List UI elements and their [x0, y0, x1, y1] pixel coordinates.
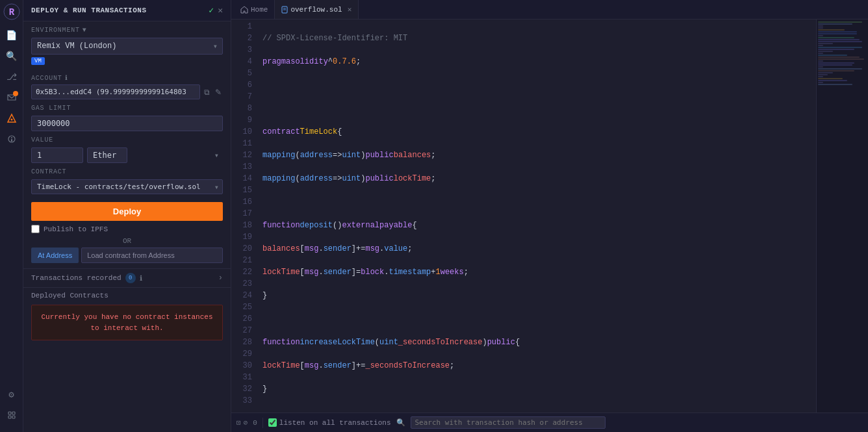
edit-account-button[interactable]: ✎	[214, 86, 223, 98]
tab-close-icon[interactable]: ✕	[348, 5, 352, 14]
contract-select[interactable]: TimeLock - contracts/test/overflow.sol	[31, 179, 223, 194]
value-input[interactable]	[31, 147, 83, 163]
or-divider: OR	[31, 237, 223, 245]
file-nav-icon[interactable]: 📄	[3, 26, 21, 44]
svg-point-3	[10, 119, 12, 121]
environment-section: ENVIRONMENT ▼ Remix VM (London) VM	[23, 21, 231, 71]
deploy-section: Deploy Publish to IPFS OR At Address Loa…	[23, 199, 231, 268]
notification-nav-icon[interactable]	[3, 88, 21, 107]
tab-bar: Home overflow.sol ✕	[231, 0, 868, 19]
filter-icon[interactable]: ⊡	[236, 418, 241, 427]
minimap	[816, 19, 868, 413]
sol-file-icon	[281, 6, 288, 14]
at-address-button[interactable]: At Address	[31, 248, 79, 263]
account-row: ACCOUNT ℹ	[31, 74, 223, 82]
environment-select[interactable]: Remix VM (London)	[31, 38, 223, 55]
gas-limit-section: GAS LIMIT	[23, 102, 231, 134]
value-row: Ether Wei Gwei Finney	[31, 147, 223, 163]
gas-limit-label: GAS LIMIT	[31, 105, 223, 112]
tab-overflow[interactable]: overflow.sol ✕	[275, 0, 359, 19]
clear-icon[interactable]: ⊘	[244, 418, 248, 427]
gas-limit-input[interactable]	[31, 116, 223, 131]
search-bottom-icon[interactable]: 🔍	[396, 418, 405, 427]
plugin-manager-nav-icon[interactable]	[3, 406, 21, 424]
deployed-contracts-section: Deployed Contracts Currently you have no…	[23, 287, 231, 344]
account-select-wrapper: 0x5B3...eddC4 (99.99999999999164803 ⧉ ✎	[31, 84, 223, 99]
search-nav-icon[interactable]: 🔍	[3, 47, 21, 65]
listen-checkbox-wrapper: listen on all transactions	[268, 418, 391, 427]
panel-title: DEPLOY & RUN TRANSACTIONS	[31, 6, 147, 14]
unit-select-wrapper: Ether Wei Gwei Finney	[87, 147, 223, 163]
editor-area: Home overflow.sol ✕ 12345 678910 1112131…	[231, 0, 868, 432]
svg-rect-6	[11, 139, 12, 142]
env-select-wrapper: Remix VM (London)	[31, 38, 223, 55]
deploy-panel: DEPLOY & RUN TRANSACTIONS ✓ ✕ ENVIRONMEN…	[23, 0, 231, 432]
deploy-button[interactable]: Deploy	[31, 202, 223, 221]
search-bar	[411, 416, 606, 429]
transactions-chevron-icon[interactable]: ›	[218, 273, 223, 283]
panel-header-icons: ✓ ✕	[209, 5, 223, 16]
vm-badge: VM	[31, 57, 45, 65]
listen-label: listen on all transactions	[279, 419, 391, 427]
bottom-bar: ⊡ ⊘ 0 listen on all transactions 🔍	[231, 413, 868, 432]
contract-select-wrapper: TimeLock - contracts/test/overflow.sol	[31, 179, 223, 194]
deploy-nav-icon[interactable]	[3, 109, 21, 127]
app-logo: R	[3, 3, 21, 21]
check-icon[interactable]: ✓	[209, 5, 214, 16]
contract-label: CONTRACT	[31, 168, 223, 175]
line-numbers: 12345 678910 1112131415 1617181920 21222…	[231, 19, 257, 413]
copy-account-button[interactable]: ⧉	[203, 86, 211, 98]
bottom-controls: ⊡ ⊘	[236, 418, 248, 427]
transactions-title: Transactions recorded 0 ℹ	[31, 273, 142, 283]
account-section: ACCOUNT ℹ 0x5B3...eddC4 (99.999999999991…	[23, 71, 231, 102]
svg-marker-2	[8, 114, 16, 122]
debug-nav-icon[interactable]	[3, 130, 21, 148]
listen-checkbox[interactable]	[268, 418, 277, 427]
tx-info-icon[interactable]: ℹ	[140, 274, 142, 283]
no-contracts-message: Currently you have no contract instances…	[31, 305, 223, 340]
tx-count-badge: 0	[125, 273, 136, 283]
deployed-contracts-title: Deployed Contracts	[31, 292, 223, 299]
svg-rect-8	[12, 412, 15, 414]
env-info-icon[interactable]: ▼	[83, 27, 87, 34]
contract-section: CONTRACT TimeLock - contracts/test/overf…	[23, 166, 231, 199]
code-editor: 12345 678910 1112131415 1617181920 21222…	[231, 19, 868, 413]
account-label: ACCOUNT	[31, 75, 62, 82]
value-label: VALUE	[31, 136, 223, 144]
tx-number: 0	[253, 419, 257, 427]
icon-bar: R 📄 🔍 ⎇ ⚙	[0, 0, 23, 432]
value-section: VALUE Ether Wei Gwei Finney	[23, 134, 231, 166]
publish-ipfs-label: Publish to IPFS	[44, 225, 108, 233]
address-row: At Address Load contract from Address	[31, 248, 223, 263]
code-content[interactable]: // SPDX-License-Identifier: MIT pragma s…	[257, 19, 816, 413]
environment-label: ENVIRONMENT ▼	[31, 27, 223, 34]
load-address-button[interactable]: Load contract from Address	[81, 248, 223, 263]
svg-rect-7	[8, 412, 11, 414]
publish-row: Publish to IPFS	[31, 225, 223, 233]
svg-rect-10	[12, 416, 15, 418]
close-icon[interactable]: ✕	[218, 5, 223, 16]
git-nav-icon[interactable]: ⎇	[3, 68, 21, 86]
search-input[interactable]	[415, 418, 601, 427]
svg-point-5	[11, 137, 12, 138]
tab-home[interactable]: Home	[234, 0, 275, 19]
settings-nav-icon[interactable]: ⚙	[3, 385, 21, 403]
account-info-icon[interactable]: ℹ	[65, 74, 68, 82]
transactions-recorded-header[interactable]: Transactions recorded 0 ℹ ›	[23, 268, 231, 287]
account-select[interactable]: 0x5B3...eddC4 (99.99999999999164803	[31, 84, 200, 99]
svg-text:R: R	[8, 7, 14, 18]
publish-ipfs-checkbox[interactable]	[31, 225, 40, 233]
home-icon	[240, 6, 248, 14]
svg-rect-9	[8, 416, 11, 418]
unit-select[interactable]: Ether Wei Gwei Finney	[87, 147, 127, 163]
panel-header: DEPLOY & RUN TRANSACTIONS ✓ ✕	[23, 0, 231, 21]
